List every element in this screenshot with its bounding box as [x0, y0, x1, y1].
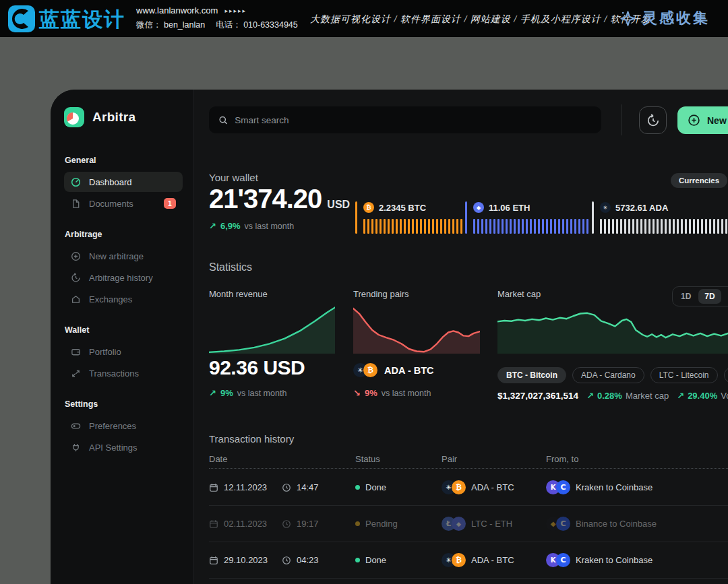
sidebar-section-settings: Settings	[65, 399, 183, 409]
wallet-title: Your wallet	[209, 172, 258, 183]
sidebar-item-new-arbitrage[interactable]: New arbitrage	[64, 246, 183, 266]
banner-website: www.lanlanwork.com	[136, 5, 218, 15]
search-bar[interactable]	[209, 106, 601, 133]
btc-coin-icon: ₿	[363, 363, 377, 377]
app-window: Arbitra General Dashboard Documents 1 Ar…	[51, 90, 728, 584]
topbar-divider	[621, 104, 621, 135]
search-input[interactable]	[235, 115, 592, 125]
statistics-title: Statistics	[209, 261, 252, 273]
balance-currency: USD	[327, 199, 350, 210]
trending-pairs-change: ↘ 9% vs last month	[353, 388, 431, 398]
eth-coin-icon: ◆	[473, 202, 484, 213]
sidebar-item-transactions[interactable]: Transactions	[64, 363, 183, 383]
trending-pairs-chart	[353, 306, 480, 354]
sidebar-item-api-settings[interactable]: API Settings	[64, 437, 183, 457]
sidebar-section-wallet: Wallet	[65, 325, 183, 335]
ada-coin-icon: ✳	[600, 202, 611, 213]
sidebar: Arbitra General Dashboard Documents 1 Ar…	[51, 90, 194, 584]
trending-pair: ✳ ₿ ADA - BTC	[353, 363, 434, 377]
up-arrow-icon: ↗	[586, 391, 594, 401]
plug-icon	[71, 443, 81, 453]
market-cap-value: $1,327,027,361,514	[497, 391, 578, 401]
exchange-building-icon	[71, 294, 81, 304]
search-icon	[218, 115, 228, 125]
market-cap-chart	[497, 306, 728, 354]
history-icon	[646, 114, 660, 127]
sidebar-section-general: General	[65, 156, 183, 165]
status-done-dot	[355, 485, 360, 490]
holding-btc: ₿ 2.2345 BTC	[355, 201, 465, 234]
main-content: New arbitrage Your wallet Currencies Exc…	[194, 90, 728, 584]
range-1d[interactable]: 1D	[675, 289, 697, 304]
new-arbitrage-button[interactable]: New arbitrage	[677, 106, 728, 134]
plus-circle-icon	[71, 251, 81, 261]
transaction-row[interactable]: 12.11.2023 14:47 Done ✳₿ ADA - BTC KC Kr…	[209, 469, 728, 506]
eth-bars	[473, 219, 590, 234]
sidebar-item-exchanges[interactable]: Exchanges	[64, 289, 183, 309]
calendar-icon	[209, 556, 218, 565]
toggle-icon	[71, 421, 81, 431]
calendar-icon	[209, 483, 218, 492]
clock-icon	[282, 519, 291, 529]
btc-coin-icon: ₿	[452, 480, 466, 494]
up-arrow-icon: ↗	[209, 221, 216, 231]
sidebar-item-dashboard[interactable]: Dashboard	[64, 172, 183, 192]
calendar-icon	[209, 519, 218, 529]
holding-ada: ✳ 5732.61 ADA	[592, 201, 728, 234]
tab-currencies[interactable]: Currencies	[671, 173, 727, 188]
market-cap-stats: $1,327,027,361,514 ↗ 0.28% Market cap ↗ …	[497, 391, 728, 401]
month-revenue-change: ↗ 9% vs last month	[209, 388, 286, 398]
up-arrow-icon: ↗	[209, 388, 216, 398]
eth-coin-icon: ◆	[452, 517, 466, 531]
pill-eth-ethereum[interactable]: ETH - Ethereum	[724, 367, 728, 383]
sidebar-item-preferences[interactable]: Preferences	[64, 416, 183, 436]
transactions-title: Transaction history	[209, 433, 294, 445]
wallet-balance: 21'374.20USD	[209, 184, 350, 214]
sidebar-item-portfolio[interactable]: Portfolio	[64, 342, 183, 362]
btc-coin-icon: ₿	[452, 553, 466, 567]
app-name: Arbitra	[92, 110, 135, 125]
transaction-row[interactable]: 02.11.2023 19:17 Pending Ł◆ LTC - ETH ◆C…	[209, 506, 728, 542]
transaction-row[interactable]: 29.10.2023 04:23 Done ✳₿ ADA - BTC KC Kr…	[209, 542, 728, 579]
pill-ltc-litecoin[interactable]: LTC - Litecoin	[650, 367, 718, 383]
month-revenue-label: Month revenue	[209, 289, 268, 299]
banner-arrows: ▸▸▸▸▸	[224, 7, 247, 14]
lanlan-logo-icon	[8, 5, 35, 32]
month-revenue-chart	[209, 306, 335, 354]
market-pair-pills: BTC - Bitcoin ADA - Cardano LTC - Liteco…	[497, 367, 728, 383]
pill-ada-cardano[interactable]: ADA - Cardano	[572, 367, 644, 383]
coinbase-icon: C	[556, 553, 570, 567]
banner-collect: 灵感收集	[619, 8, 710, 28]
history-icon	[71, 273, 81, 283]
ada-bars	[600, 219, 728, 234]
history-button[interactable]	[639, 106, 667, 134]
banner-phone: 电话： 010-63334945	[216, 20, 298, 30]
status-done-dot	[355, 558, 360, 562]
wallet-change: ↗ 6,9% vs last month	[209, 221, 294, 231]
dashboard-gauge-icon	[71, 177, 81, 187]
btc-coin-icon: ₿	[363, 202, 374, 213]
banner-brand: 蓝蓝设计	[39, 6, 125, 34]
range-7d[interactable]: 7D	[698, 289, 721, 304]
wallet-holdings: ₿ 2.2345 BTC ◆ 11.06 ETH ✳ 5732.61 ADA	[355, 201, 728, 234]
plus-circle-icon	[688, 114, 700, 127]
status-pending-dot	[355, 521, 360, 526]
sparkle-star-icon	[619, 9, 637, 28]
range-1m[interactable]: 1M	[723, 289, 728, 304]
promo-banner: 蓝蓝设计 www.lanlanwork.com ▸▸▸▸▸ 微信： ben_la…	[0, 0, 728, 37]
pill-btc-bitcoin[interactable]: BTC - Bitcoin	[497, 367, 566, 383]
btc-bars	[363, 219, 464, 234]
sidebar-item-arbitrage-history[interactable]: Arbitrage history	[64, 267, 183, 288]
sidebar-item-documents[interactable]: Documents 1	[64, 193, 183, 214]
up-arrow-icon: ↗	[677, 391, 684, 401]
coinbase-icon: C	[556, 517, 570, 531]
wallet-icon	[71, 347, 81, 357]
documents-badge: 1	[164, 198, 176, 209]
banner-services: 大数据可视化设计 / 软件界面设计 / 网站建设 / 手机及小程序设计 / 软件…	[310, 13, 651, 26]
arbitra-logo-icon	[64, 107, 84, 127]
down-arrow-icon: ↘	[353, 388, 361, 398]
clock-icon	[282, 483, 291, 492]
coinbase-icon: C	[556, 480, 570, 494]
holding-eth: ◆ 11.06 ETH	[465, 201, 592, 234]
market-cap-label: Market cap	[497, 289, 541, 299]
